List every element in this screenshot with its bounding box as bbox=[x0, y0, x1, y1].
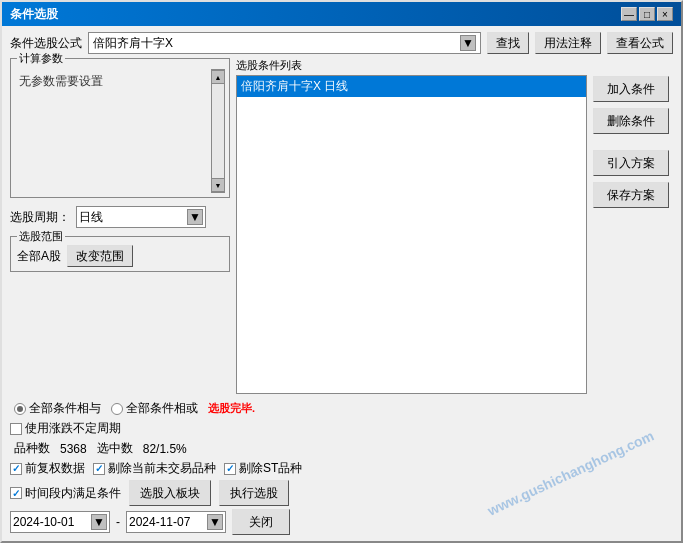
main-window: 条件选股 — □ × 条件选股公式 倍阳齐肩十字X ▼ 查找 用法注释 查看公式 bbox=[0, 0, 683, 543]
scroll-track bbox=[212, 84, 224, 178]
calc-params-group: 计算参数 无参数需要设置 ▲ ▼ bbox=[10, 58, 230, 198]
selected-value: 82/1.5% bbox=[143, 442, 187, 456]
change-range-button[interactable]: 改变范围 bbox=[67, 245, 133, 267]
pre-rights-check-box[interactable]: ✓ bbox=[10, 463, 22, 475]
right-panel: 选股条件列表 倍阳齐肩十字X 日线 加入条件 删除条件 引入方案 保存方案 bbox=[236, 58, 673, 394]
calc-params-title: 计算参数 bbox=[17, 51, 65, 66]
execute-select-button[interactable]: 执行选股 bbox=[219, 480, 289, 506]
remove-st-checkbox[interactable]: ✓ 剔除ST品种 bbox=[224, 460, 302, 477]
date-row: 2024-10-01 ▼ - 2024-11-07 ▼ 关闭 bbox=[10, 509, 673, 535]
minimize-button[interactable]: — bbox=[621, 7, 637, 21]
formula-label: 条件选股公式 bbox=[10, 35, 82, 52]
remove-st-check-box[interactable]: ✓ bbox=[224, 463, 236, 475]
conditions-panel: 选股条件列表 倍阳齐肩十字X 日线 bbox=[236, 58, 587, 394]
scroll-down-btn[interactable]: ▼ bbox=[211, 178, 225, 192]
start-date-combo[interactable]: 2024-10-01 ▼ bbox=[10, 511, 110, 533]
time-satisfy-checkbox[interactable]: ✓ 时间段内满足条件 bbox=[10, 485, 121, 502]
scroll-up-btn[interactable]: ▲ bbox=[211, 70, 225, 84]
stock-count-label: 品种数 bbox=[14, 440, 50, 457]
arrow-icon: ▼ bbox=[462, 36, 474, 50]
end-date-combo[interactable]: 2024-11-07 ▼ bbox=[126, 511, 226, 533]
range-row: 全部A股 改变范围 bbox=[17, 245, 223, 267]
range-title: 选股范围 bbox=[17, 229, 65, 244]
period-value: 日线 bbox=[79, 209, 103, 226]
maximize-button[interactable]: □ bbox=[639, 7, 655, 21]
bottom-section: 全部条件相与 全部条件相或 选股完毕. 使用涨跌不定周期 品种数 5368 bbox=[10, 400, 673, 535]
no-params-text: 无参数需要设置 bbox=[19, 74, 103, 88]
period-label: 选股周期： bbox=[10, 209, 70, 226]
checkmark-icon: ✓ bbox=[12, 463, 20, 474]
formula-combo-arrow[interactable]: ▼ bbox=[460, 35, 476, 51]
use-period-label: 使用涨跌不定周期 bbox=[25, 420, 121, 437]
use-period-row: 使用涨跌不定周期 bbox=[10, 420, 673, 437]
all-or-label: 全部条件相或 bbox=[126, 400, 198, 417]
time-satisfy-label: 时间段内满足条件 bbox=[25, 485, 121, 502]
selected-complete-text: 选股完毕. bbox=[208, 401, 255, 416]
end-date-arrow[interactable]: ▼ bbox=[207, 514, 223, 530]
checkmark3-icon: ✓ bbox=[226, 463, 234, 474]
checkmark2-icon: ✓ bbox=[95, 463, 103, 474]
param-content: 无参数需要设置 bbox=[15, 69, 207, 193]
select-stocks-sector-button[interactable]: 选股入板块 bbox=[129, 480, 211, 506]
start-date-value: 2024-10-01 bbox=[13, 515, 74, 529]
import-scheme-button[interactable]: 引入方案 bbox=[593, 150, 669, 176]
formula-value: 倍阳齐肩十字X bbox=[93, 35, 173, 52]
end-date-value: 2024-11-07 bbox=[129, 515, 190, 529]
view-formula-button[interactable]: 查看公式 bbox=[607, 32, 673, 54]
param-area: 无参数需要设置 ▲ ▼ bbox=[15, 63, 225, 193]
date-dash: - bbox=[116, 515, 120, 529]
list-item[interactable]: 倍阳齐肩十字X 日线 bbox=[237, 76, 586, 97]
usage-button[interactable]: 用法注释 bbox=[535, 32, 601, 54]
pre-rights-label: 前复权数据 bbox=[25, 460, 85, 477]
period-row: 选股周期： 日线 ▼ bbox=[10, 206, 230, 228]
all-and-radio[interactable] bbox=[14, 403, 26, 415]
formula-combo[interactable]: 倍阳齐肩十字X ▼ bbox=[88, 32, 481, 54]
start-date-arrow[interactable]: ▼ bbox=[91, 514, 107, 530]
remove-not-trading-checkbox[interactable]: ✓ 剔除当前未交易品种 bbox=[93, 460, 216, 477]
use-period-check-box[interactable] bbox=[10, 423, 22, 435]
use-period-checkbox[interactable]: 使用涨跌不定周期 bbox=[10, 420, 121, 437]
and-or-row: 全部条件相与 全部条件相或 选股完毕. bbox=[10, 400, 673, 417]
find-button[interactable]: 查找 bbox=[487, 32, 529, 54]
all-and-radio-group[interactable]: 全部条件相与 bbox=[14, 400, 101, 417]
time-satisfy-check-box[interactable]: ✓ bbox=[10, 487, 22, 499]
remove-condition-button[interactable]: 删除条件 bbox=[593, 108, 669, 134]
params-scrollbar[interactable]: ▲ ▼ bbox=[211, 69, 225, 193]
side-buttons-col: 加入条件 删除条件 引入方案 保存方案 bbox=[593, 58, 673, 394]
remove-not-trading-label: 剔除当前未交易品种 bbox=[108, 460, 216, 477]
remove-not-trading-check-box[interactable]: ✓ bbox=[93, 463, 105, 475]
selected-label: 选中数 bbox=[97, 440, 133, 457]
all-and-label: 全部条件相与 bbox=[29, 400, 101, 417]
close-button[interactable]: × bbox=[657, 7, 673, 21]
stats-row: 品种数 5368 选中数 82/1.5% bbox=[10, 440, 673, 457]
window-controls: — □ × bbox=[621, 7, 673, 21]
stock-count-value: 5368 bbox=[60, 442, 87, 456]
main-area: 计算参数 无参数需要设置 ▲ ▼ 选股周期： bbox=[10, 58, 673, 394]
window-content: 条件选股公式 倍阳齐肩十字X ▼ 查找 用法注释 查看公式 计算参数 bbox=[2, 26, 681, 541]
save-scheme-button[interactable]: 保存方案 bbox=[593, 182, 669, 208]
condition-item-text: 倍阳齐肩十字X 日线 bbox=[241, 79, 348, 93]
all-or-radio[interactable] bbox=[111, 403, 123, 415]
conditions-list-label: 选股条件列表 bbox=[236, 58, 587, 73]
period-combo-arrow[interactable]: ▼ bbox=[187, 209, 203, 225]
conditions-list: 倍阳齐肩十字X 日线 bbox=[236, 75, 587, 394]
range-group: 选股范围 全部A股 改变范围 bbox=[10, 236, 230, 272]
all-or-radio-group[interactable]: 全部条件相或 bbox=[111, 400, 198, 417]
checkmark4-icon: ✓ bbox=[12, 488, 20, 499]
window-title: 条件选股 bbox=[10, 6, 58, 23]
checkboxes-row1: ✓ 前复权数据 ✓ 剔除当前未交易品种 ✓ 剔除ST品种 bbox=[10, 460, 673, 477]
left-panel: 计算参数 无参数需要设置 ▲ ▼ 选股周期： bbox=[10, 58, 230, 394]
close-button-main[interactable]: 关闭 bbox=[232, 509, 290, 535]
radio-inner bbox=[17, 406, 23, 412]
range-value: 全部A股 bbox=[17, 248, 61, 265]
pre-rights-checkbox[interactable]: ✓ 前复权数据 bbox=[10, 460, 85, 477]
period-combo[interactable]: 日线 ▼ bbox=[76, 206, 206, 228]
add-condition-button[interactable]: 加入条件 bbox=[593, 76, 669, 102]
remove-st-label: 剔除ST品种 bbox=[239, 460, 302, 477]
time-satisfy-row: ✓ 时间段内满足条件 选股入板块 执行选股 bbox=[10, 480, 673, 506]
formula-row: 条件选股公式 倍阳齐肩十字X ▼ 查找 用法注释 查看公式 bbox=[10, 32, 673, 54]
title-bar: 条件选股 — □ × bbox=[2, 2, 681, 26]
